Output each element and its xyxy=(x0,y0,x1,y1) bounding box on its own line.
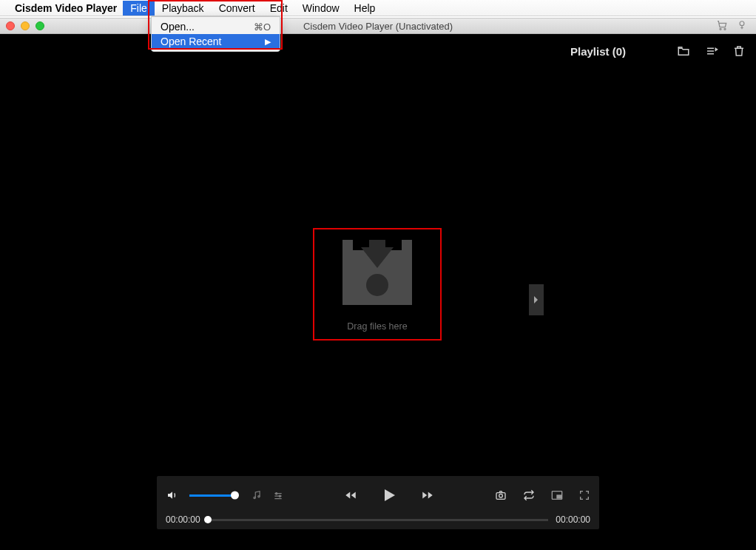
window-maximize-button[interactable] xyxy=(36,21,44,30)
player-area: Playlist (0) Drag files here xyxy=(0,34,756,550)
menu-window[interactable]: Window xyxy=(295,1,347,16)
loop-icon[interactable] xyxy=(522,489,536,501)
mac-menubar: Cisdem Video Player File Playback Conver… xyxy=(0,0,756,16)
pip-icon[interactable] xyxy=(550,489,564,501)
svg-point-4 xyxy=(258,496,260,497)
svg-point-3 xyxy=(254,497,255,498)
svg-point-1 xyxy=(724,28,726,30)
control-bar: 00:00:00 00:00:00 xyxy=(157,476,599,529)
submenu-arrow-icon: ▶ xyxy=(265,37,271,47)
seek-bar[interactable] xyxy=(208,519,549,521)
playlist-header: Playlist (0) xyxy=(570,44,746,58)
download-tray-icon xyxy=(342,240,412,305)
time-elapsed: 00:00:00 xyxy=(166,514,200,525)
menu-playback[interactable]: Playback xyxy=(155,1,212,16)
drop-zone-text: Drag files here xyxy=(347,321,407,332)
playlist-list-icon[interactable] xyxy=(704,44,719,58)
trash-icon[interactable] xyxy=(732,44,746,58)
svg-point-0 xyxy=(720,28,721,30)
play-button[interactable] xyxy=(380,486,398,504)
equalizer-icon[interactable] xyxy=(272,490,284,500)
file-menu-dropdown: Open... ⌘O Open Recent ▶ xyxy=(151,16,280,52)
transport-controls xyxy=(342,486,436,504)
expand-sidebar-button[interactable] xyxy=(529,284,544,315)
menu-item-open-shortcut: ⌘O xyxy=(254,21,271,33)
open-folder-icon[interactable] xyxy=(676,44,691,58)
svg-point-6 xyxy=(279,495,280,497)
key-icon[interactable] xyxy=(737,19,747,33)
cart-icon[interactable] xyxy=(716,19,728,33)
window-titlebar: Cisdem Video Player (Unactivated) xyxy=(0,18,756,34)
playlist-label: Playlist (0) xyxy=(570,45,626,58)
snapshot-icon[interactable] xyxy=(494,489,507,501)
svg-rect-10 xyxy=(557,495,561,498)
menu-convert[interactable]: Convert xyxy=(212,1,263,16)
traffic-lights xyxy=(6,21,44,30)
menu-edit[interactable]: Edit xyxy=(263,1,295,16)
window-title: Cisdem Video Player (Unactivated) xyxy=(303,21,453,32)
time-total: 00:00:00 xyxy=(556,514,590,525)
music-note-icon[interactable] xyxy=(252,489,262,501)
svg-point-5 xyxy=(276,493,277,494)
menu-item-open-label: Open... xyxy=(161,21,195,33)
window-minimize-button[interactable] xyxy=(21,21,30,30)
volume-slider[interactable] xyxy=(189,494,235,497)
drop-zone[interactable]: Drag files here xyxy=(313,228,442,341)
menu-help[interactable]: Help xyxy=(347,1,383,16)
menu-item-open[interactable]: Open... ⌘O xyxy=(152,19,280,34)
volume-icon[interactable] xyxy=(166,489,179,501)
fullscreen-icon[interactable] xyxy=(578,489,590,501)
menu-item-open-recent-label: Open Recent xyxy=(161,36,222,47)
rewind-button[interactable] xyxy=(342,489,360,502)
menu-item-open-recent[interactable]: Open Recent ▶ xyxy=(152,34,280,49)
forward-button[interactable] xyxy=(419,489,436,502)
svg-point-2 xyxy=(740,21,744,25)
app-name[interactable]: Cisdem Video Player xyxy=(15,2,117,14)
window-close-button[interactable] xyxy=(6,21,15,30)
svg-point-8 xyxy=(499,494,503,497)
menu-file[interactable]: File xyxy=(123,1,155,16)
